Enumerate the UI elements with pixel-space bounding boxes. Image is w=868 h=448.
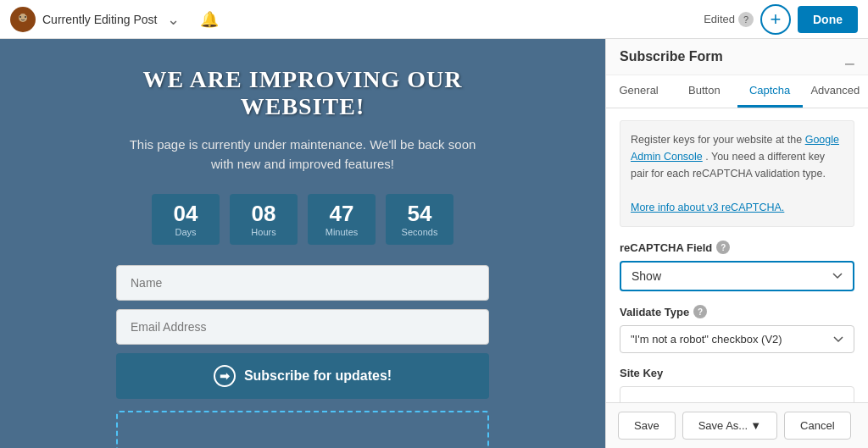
panel-title: Subscribe Form bbox=[620, 49, 845, 64]
save-as-button[interactable]: Save As... ▼ bbox=[682, 412, 777, 440]
preview-subtitle: This page is currently under maintenance… bbox=[130, 136, 476, 174]
panel-header: Subscribe Form ⎯ bbox=[606, 39, 868, 75]
save-as-arrow-icon: ▼ bbox=[750, 419, 761, 432]
countdown-days-label: Days bbox=[175, 227, 196, 237]
topbar: Currently Editing Post ⌄ 🔔 Edited ? + Do… bbox=[0, 0, 868, 39]
save-button[interactable]: Save bbox=[618, 412, 676, 440]
countdown-days: 04 Days bbox=[152, 194, 220, 245]
svg-point-3 bbox=[25, 16, 26, 18]
arrow-circle-icon: ➡ bbox=[214, 365, 236, 387]
email-input[interactable] bbox=[116, 309, 489, 345]
chevron-down-icon[interactable]: ⌄ bbox=[167, 10, 180, 29]
notification-bell-icon[interactable]: 🔔 bbox=[200, 10, 219, 29]
site-key-label-wrapper: Site Key bbox=[620, 367, 854, 379]
preview-title: We Are Improving Our Website! bbox=[108, 66, 498, 120]
main-area: We Are Improving Our Website! This page … bbox=[0, 39, 868, 448]
panel-tabs: General Button Captcha Advanced bbox=[606, 75, 868, 108]
validate-type-label: Validate Type bbox=[620, 306, 689, 318]
site-key-input[interactable] bbox=[620, 386, 854, 402]
countdown-minutes: 47 Minutes bbox=[308, 194, 376, 245]
done-button[interactable]: Done bbox=[798, 6, 858, 33]
countdown-minutes-label: Minutes bbox=[326, 227, 359, 237]
info-box: Register keys for your website at the Go… bbox=[620, 120, 854, 227]
edited-label: Edited bbox=[704, 13, 735, 25]
countdown-seconds-number: 54 bbox=[408, 202, 432, 226]
countdown-days-number: 04 bbox=[174, 202, 198, 226]
save-as-label: Save As... bbox=[698, 419, 748, 432]
tab-button[interactable]: Button bbox=[671, 75, 737, 108]
recaptcha-field-select[interactable]: Show Hide bbox=[620, 261, 854, 291]
countdown-hours-number: 08 bbox=[252, 202, 276, 226]
countdown: 04 Days 08 Hours 47 Minutes 54 Seconds bbox=[152, 194, 453, 245]
canvas-preview: We Are Improving Our Website! This page … bbox=[0, 39, 605, 448]
subscribe-button[interactable]: ➡ Subscribe for updates! bbox=[116, 353, 489, 399]
tab-captcha[interactable]: Captcha bbox=[737, 75, 803, 108]
countdown-seconds-label: Seconds bbox=[402, 227, 438, 237]
validate-type-select[interactable]: "I'm not a robot" checkbox (V2) Invisibl… bbox=[620, 325, 854, 353]
panel-body: Register keys for your website at the Go… bbox=[606, 108, 868, 402]
svg-point-1 bbox=[17, 23, 29, 30]
tab-general[interactable]: General bbox=[606, 75, 671, 108]
subscribe-form-panel: Subscribe Form ⎯ General Button Captcha … bbox=[605, 39, 868, 448]
help-icon[interactable]: ? bbox=[738, 12, 754, 27]
site-key-label: Site Key bbox=[620, 367, 663, 379]
validate-help-icon[interactable]: ? bbox=[693, 305, 707, 318]
minimize-icon[interactable]: ⎯ bbox=[845, 49, 854, 64]
cancel-button[interactable]: Cancel bbox=[784, 412, 850, 440]
recaptcha-field-label: reCAPTCHA Field bbox=[620, 241, 712, 254]
info-text-1: Register keys for your website at the bbox=[631, 134, 805, 146]
panel-footer: Save Save As... ▼ Cancel bbox=[606, 402, 868, 448]
site-logo bbox=[10, 7, 36, 32]
countdown-seconds: 54 Seconds bbox=[386, 194, 453, 245]
tab-advanced[interactable]: Advanced bbox=[803, 75, 868, 108]
recaptcha-field-label-wrapper: reCAPTCHA Field ? bbox=[620, 241, 854, 254]
svg-point-2 bbox=[19, 16, 21, 18]
dashed-placeholder-box bbox=[116, 411, 489, 448]
countdown-minutes-number: 47 bbox=[330, 202, 354, 226]
add-button[interactable]: + bbox=[760, 4, 791, 35]
countdown-hours: 08 Hours bbox=[230, 194, 298, 245]
recaptcha-help-icon[interactable]: ? bbox=[716, 241, 730, 254]
v3-recaptcha-link[interactable]: More info about v3 reCAPTCHA. bbox=[631, 202, 784, 213]
name-input[interactable] bbox=[116, 265, 489, 301]
countdown-hours-label: Hours bbox=[251, 227, 275, 237]
site-title: Currently Editing Post bbox=[42, 13, 157, 26]
subscribe-label: Subscribe for updates! bbox=[244, 368, 392, 384]
validate-type-label-wrapper: Validate Type ? bbox=[620, 305, 854, 318]
